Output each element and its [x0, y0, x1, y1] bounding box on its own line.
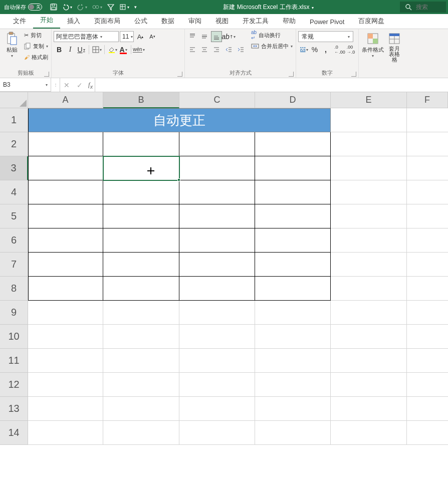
- align-left-icon[interactable]: [187, 44, 198, 55]
- col-header-D[interactable]: D: [255, 92, 331, 108]
- cell-D4[interactable]: [255, 180, 331, 204]
- cell-E12[interactable]: [331, 373, 407, 397]
- cell-C9[interactable]: [179, 301, 255, 325]
- cell-A12[interactable]: [28, 373, 103, 397]
- cell-F8[interactable]: [407, 277, 448, 301]
- cell-F11[interactable]: [407, 349, 448, 373]
- decrease-font-icon[interactable]: A▾: [147, 31, 158, 42]
- touch-mode-icon[interactable]: ▾: [92, 4, 102, 11]
- phonetic-button[interactable]: wén▾: [133, 44, 144, 55]
- cancel-formula-icon[interactable]: ✕: [62, 81, 71, 89]
- search-input[interactable]: [416, 4, 441, 11]
- cell-A3[interactable]: [28, 156, 103, 180]
- cell-E6[interactable]: [331, 228, 407, 253]
- row-header-1[interactable]: 1: [0, 108, 28, 132]
- merge-dropdown-icon[interactable]: ▾: [291, 44, 293, 49]
- cell-E7[interactable]: [331, 253, 407, 277]
- fill-color-button[interactable]: ▾: [107, 44, 118, 55]
- row-header-8[interactable]: 8: [0, 277, 28, 301]
- cell-D11[interactable]: [255, 349, 331, 373]
- undo-button[interactable]: ▾: [62, 4, 72, 11]
- row-header-7[interactable]: 7: [0, 253, 28, 277]
- select-all-corner[interactable]: [0, 92, 28, 108]
- cell-D9[interactable]: [255, 301, 331, 325]
- cell-B6[interactable]: [103, 228, 179, 253]
- tab-formulas[interactable]: 公式: [127, 14, 154, 29]
- row-header-13[interactable]: 13: [0, 397, 28, 421]
- italic-button[interactable]: I: [65, 44, 76, 55]
- font-name-select[interactable]: 阿里巴巴普惠体▾: [54, 31, 119, 42]
- cell-F10[interactable]: [407, 325, 448, 349]
- cell-C11[interactable]: [179, 349, 255, 373]
- cell-F12[interactable]: [407, 373, 448, 397]
- row-header-11[interactable]: 11: [0, 349, 28, 373]
- col-header-F[interactable]: F: [407, 92, 448, 108]
- cell-D8[interactable]: [255, 277, 331, 301]
- align-middle-icon[interactable]: [199, 31, 210, 42]
- fx-icon[interactable]: fx: [88, 81, 93, 90]
- merge-center-button[interactable]: 合并后居中▾: [250, 41, 294, 51]
- filter-icon[interactable]: [107, 4, 114, 11]
- cell-A5[interactable]: [28, 204, 103, 228]
- title-dropdown-icon[interactable]: ▾: [312, 6, 314, 10]
- row-header-5[interactable]: 5: [0, 204, 28, 228]
- format-painter-button[interactable]: 🖌格式刷: [23, 52, 49, 62]
- cell-B11[interactable]: [103, 349, 179, 373]
- wrap-text-button[interactable]: ab↵自动换行: [250, 30, 294, 40]
- cell-B12[interactable]: [103, 373, 179, 397]
- cell-F14[interactable]: [407, 421, 448, 445]
- cell-B8[interactable]: [103, 277, 179, 301]
- cell-E8[interactable]: [331, 277, 407, 301]
- align-center-icon[interactable]: [199, 44, 210, 55]
- cell-B3[interactable]: [103, 156, 179, 180]
- cell-D5[interactable]: [255, 204, 331, 228]
- format-as-table-button[interactable]: 套月 表格格: [386, 30, 403, 64]
- number-format-select[interactable]: 常规▾: [298, 31, 353, 42]
- row-header-10[interactable]: 10: [0, 325, 28, 349]
- border-button[interactable]: ▾: [91, 44, 102, 55]
- tab-home[interactable]: 开始: [33, 13, 60, 29]
- row-header-2[interactable]: 2: [0, 132, 28, 156]
- cell-D12[interactable]: [255, 373, 331, 397]
- comma-style-button[interactable]: ,: [320, 44, 331, 55]
- cell-D3[interactable]: [255, 156, 331, 180]
- save-icon[interactable]: [50, 4, 57, 11]
- name-box-dropdown-icon[interactable]: ▾: [46, 83, 48, 87]
- number-launcher[interactable]: [351, 72, 356, 77]
- cell-C6[interactable]: [179, 228, 255, 253]
- tab-pagelayout[interactable]: 页面布局: [87, 14, 127, 29]
- name-box-expand[interactable]: ⋮: [51, 78, 60, 92]
- row-header-9[interactable]: 9: [0, 301, 28, 325]
- col-header-B[interactable]: B: [103, 92, 179, 108]
- cell-A8[interactable]: [28, 277, 103, 301]
- cell-E3[interactable]: [331, 156, 407, 180]
- increase-indent-icon[interactable]: [235, 44, 246, 55]
- cell-C2[interactable]: [179, 132, 255, 156]
- cell-A2[interactable]: [28, 132, 103, 156]
- accounting-format-button[interactable]: 𝍋▾: [298, 44, 309, 55]
- row-header-12[interactable]: 12: [0, 373, 28, 397]
- cell-D2[interactable]: [255, 132, 331, 156]
- cell-A14[interactable]: [28, 421, 103, 445]
- cut-button[interactable]: ✂剪切: [23, 30, 49, 40]
- form-icon[interactable]: ▾: [119, 4, 129, 11]
- tab-data[interactable]: 数据: [154, 14, 181, 29]
- orientation-button[interactable]: ab↗▾: [223, 31, 234, 42]
- cell-A13[interactable]: [28, 397, 103, 421]
- cell-B5[interactable]: [103, 204, 179, 228]
- cell-B13[interactable]: [103, 397, 179, 421]
- cell-D10[interactable]: [255, 325, 331, 349]
- row-header-6[interactable]: 6: [0, 228, 28, 253]
- cell-A9[interactable]: [28, 301, 103, 325]
- cell-B9[interactable]: [103, 301, 179, 325]
- row-header-4[interactable]: 4: [0, 180, 28, 204]
- increase-font-icon[interactable]: A▴: [135, 31, 146, 42]
- font-launcher[interactable]: [177, 72, 182, 77]
- cell-D7[interactable]: [255, 253, 331, 277]
- cell-B7[interactable]: [103, 253, 179, 277]
- tab-insert[interactable]: 插入: [60, 14, 87, 29]
- redo-button[interactable]: ▾: [77, 4, 87, 11]
- col-header-A[interactable]: A: [28, 92, 103, 108]
- cell-E13[interactable]: [331, 397, 407, 421]
- col-header-E[interactable]: E: [331, 92, 407, 108]
